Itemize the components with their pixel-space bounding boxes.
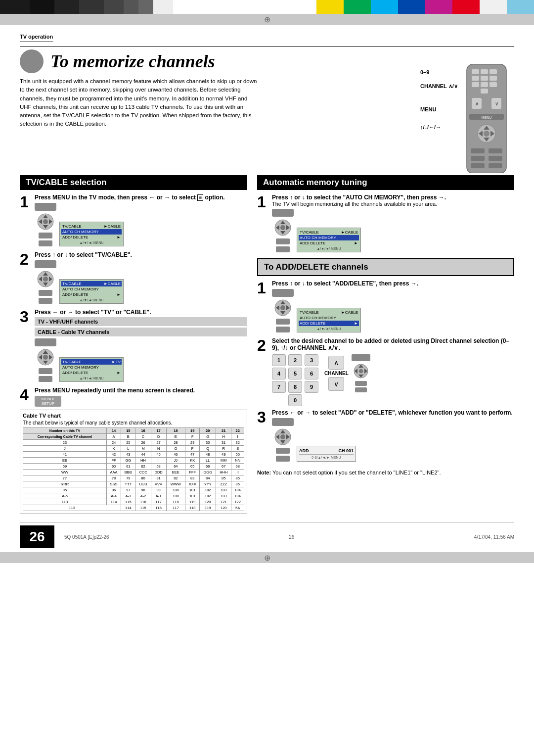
step-4-left: 4 Press MENU repeatedly until the menu s… xyxy=(20,387,247,407)
svg-rect-9 xyxy=(490,82,497,87)
svg-rect-1 xyxy=(472,69,479,74)
highlight-tv: TV - VHF/UHF channels xyxy=(35,317,247,326)
remote-diagram: 0–9 CHANNEL ∧/∨ MENU ↑/↓/←/→ xyxy=(415,49,514,173)
page-icon xyxy=(20,49,44,73)
add-delete-step-1-text: Press ↑ or ↓ to select "ADD/DELETE", the… xyxy=(272,280,514,287)
bottom-crosshair-bar: ⊕ xyxy=(0,552,534,563)
svg-point-46 xyxy=(43,355,48,360)
menu-setup-icon: MENU/SETUP xyxy=(35,396,61,407)
section-label: TV operation xyxy=(20,29,53,42)
add-delete-title: To ADD/DELETE channels xyxy=(264,262,368,272)
svg-rect-23 xyxy=(471,148,485,153)
add-delete-step-num-1: 1 xyxy=(257,280,270,296)
num-btn-0[interactable]: 0 xyxy=(288,394,302,406)
screen-mockup-3: TV/CABLE►TV AUTO CH MEMORY ADD/ DELETE► … xyxy=(35,338,247,382)
page-number-box: 26 xyxy=(20,525,54,548)
mini-menu-3: TV/CABLE►TV AUTO CH MEMORY ADD/ DELETE► … xyxy=(59,357,124,382)
num-btn-2[interactable]: 2 xyxy=(288,354,302,366)
page-title: To memorize channels xyxy=(50,51,215,72)
svg-rect-7 xyxy=(472,82,479,87)
svg-point-40 xyxy=(43,277,48,282)
add-ch-screen: ADD CH 001 0-9/▲/◄/► MENU xyxy=(297,446,356,462)
svg-rect-10 xyxy=(481,89,488,94)
svg-point-64 xyxy=(359,369,363,373)
crosshair-icon: ⊕ xyxy=(264,15,270,24)
num-btn-5[interactable]: 5 xyxy=(288,368,302,379)
footer-right: 4/17/04, 11:56 AM xyxy=(474,534,514,540)
step-1-left: 1 Press MENU in the TV mode, then press … xyxy=(20,194,247,248)
remote-menu-label: MENU xyxy=(420,106,458,112)
add-delete-header: To ADD/DELETE channels xyxy=(257,258,514,276)
num-btn-1[interactable]: 1 xyxy=(272,354,286,366)
step-4-left-text: Press MENU repeatedly until the menu scr… xyxy=(35,387,247,394)
footer-center: 26 xyxy=(289,534,294,540)
note-label: Note: xyxy=(257,470,271,475)
channel-up-btn[interactable]: ∧ xyxy=(328,356,344,370)
left-section-header: TV/CABLE selection xyxy=(20,175,247,190)
step-1-right: 1 Press ↑ or ↓ to select the "AUTO CH ME… xyxy=(257,194,514,254)
svg-text:MENU: MENU xyxy=(481,116,491,119)
svg-point-70 xyxy=(280,434,285,439)
step-3-left: 3 Press ← or → to select "TV" or "CABLE"… xyxy=(20,309,247,384)
add-delete-step-3-text: Press ← or → to select "ADD" or "DELETE"… xyxy=(272,409,514,416)
add-delete-step-2-text: Select the desired channel to be added o… xyxy=(272,337,514,351)
step-2-left: 2 Press ↑ or ↓ to select "TV/CABLE". xyxy=(20,251,247,306)
step-1-right-sub: The TV will begin memorizing all the cha… xyxy=(272,201,514,207)
num-btn-3[interactable]: 3 xyxy=(305,354,318,366)
numpad: 1 2 3 4 5 6 7 8 9 0 xyxy=(272,354,319,406)
add-delete-step-num-3: 3 xyxy=(257,409,270,425)
footer: 26 5Q 0501A [E]p22-26 26 4/17/04, 11:56 … xyxy=(20,522,514,548)
right-section-header: Automatic memory tuning xyxy=(257,175,514,190)
step-num-1-right: 1 xyxy=(257,194,270,210)
cable-chart: Cable TV chart The chart below is typica… xyxy=(20,410,247,514)
step-num-3-left: 3 xyxy=(20,309,33,325)
remote-svg: ∧ ∨ MENU xyxy=(462,64,511,173)
intro-text: This unit is equipped with a channel mem… xyxy=(20,77,257,129)
chart-subtitle: The chart below is typical of many cable… xyxy=(23,420,244,425)
channel-buttons-area: ∧ CHANNEL ∨ xyxy=(324,354,370,392)
note-box: Note: You can not select option if you s… xyxy=(257,470,514,475)
step-1-left-text: Press MENU in the TV mode, then press ← … xyxy=(35,194,247,201)
add-delete-step-1: 1 Press ↑ or ↓ to select "ADD/DELETE", t… xyxy=(257,280,514,334)
screen-mockup-right-1: TV/CABLE►CABLE AUTO CH MEMORY ADD/ DELET… xyxy=(272,209,514,252)
num-btn-6[interactable]: 6 xyxy=(305,368,318,379)
channel-table: Number on this TV 141516171819202122 Cor… xyxy=(23,427,244,511)
channel-label: CHANNEL xyxy=(324,371,349,376)
step-2-left-text: Press ↑ or ↓ to select "TV/CABLE". xyxy=(35,251,247,258)
add-delete-step-num-2: 2 xyxy=(257,337,270,353)
svg-rect-3 xyxy=(490,69,497,74)
svg-point-52 xyxy=(280,225,285,230)
step-3-left-text: Press ← or → to select "TV" or "CABLE". xyxy=(35,309,247,316)
svg-rect-2 xyxy=(481,69,488,74)
highlight-cable: CABLE - Cable TV channels xyxy=(35,328,247,336)
svg-rect-26 xyxy=(489,156,502,161)
note-text: You can not select option if you set the… xyxy=(272,470,441,475)
step-1-right-text: Press ↑ or ↓ to select the "AUTO CH MEMO… xyxy=(272,194,514,201)
crosshair-bar: ⊕ xyxy=(0,14,534,25)
num-btn-4[interactable]: 4 xyxy=(272,368,286,379)
num-btn-7[interactable]: 7 xyxy=(272,381,286,393)
svg-point-34 xyxy=(43,219,48,224)
mini-menu-add-delete: TV/CABLE►CABLE AUTO CH MEMORY ADD/ DELET… xyxy=(297,308,361,332)
bottom-crosshair-icon: ⊕ xyxy=(264,553,270,563)
remote-digits-label: 0–9 xyxy=(420,69,458,75)
num-btn-8[interactable]: 8 xyxy=(288,381,302,393)
screen-mockup-add-1: TV/CABLE►CABLE AUTO CH MEMORY ADD/ DELET… xyxy=(272,289,514,332)
svg-rect-5 xyxy=(481,76,488,81)
remote-mini-body xyxy=(352,354,370,392)
add-delete-step-2: 2 Select the desired channel to be added… xyxy=(257,337,514,406)
svg-text:∧: ∧ xyxy=(475,101,478,106)
chart-title: Cable TV chart xyxy=(23,413,244,419)
svg-rect-6 xyxy=(490,76,497,81)
svg-point-58 xyxy=(280,305,285,310)
step-num-1-left: 1 xyxy=(20,194,33,210)
page-number: 26 xyxy=(29,529,44,545)
svg-rect-28 xyxy=(489,163,502,168)
screen-mockup-add-3: ADD CH 001 0-9/▲/◄/► MENU xyxy=(272,418,514,462)
channel-down-btn[interactable]: ∨ xyxy=(328,377,344,391)
step-num-2-left: 2 xyxy=(20,251,33,267)
add-delete-step-3: 3 Press ← or → to select "ADD" or "DELET… xyxy=(257,409,514,464)
num-btn-9[interactable]: 9 xyxy=(305,381,318,393)
color-bar xyxy=(0,0,534,14)
svg-rect-24 xyxy=(489,148,502,153)
